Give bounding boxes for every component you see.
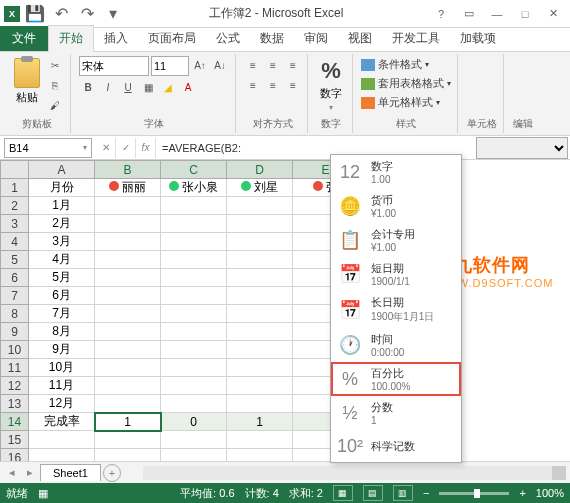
zoom-out-icon[interactable]: −: [423, 487, 429, 499]
cell-C3[interactable]: [161, 215, 227, 233]
zoom-level[interactable]: 100%: [536, 487, 564, 499]
formula-input[interactable]: =AVERAGE(B2:: [156, 142, 476, 154]
cell-C5[interactable]: [161, 251, 227, 269]
cell-C11[interactable]: [161, 359, 227, 377]
fill-color-icon[interactable]: ◢: [159, 78, 177, 96]
cell-C7[interactable]: [161, 287, 227, 305]
row-header-4[interactable]: 4: [1, 233, 29, 251]
cell-D2[interactable]: [227, 197, 293, 215]
cell-D5[interactable]: [227, 251, 293, 269]
cell-C2[interactable]: [161, 197, 227, 215]
cell-A12[interactable]: 11月: [29, 377, 95, 395]
tab-home[interactable]: 开始: [48, 25, 94, 52]
file-tab[interactable]: 文件: [0, 26, 48, 51]
qat-undo-icon[interactable]: ↶: [50, 3, 72, 25]
column-header-D[interactable]: D: [227, 161, 293, 179]
qat-customize-icon[interactable]: ▾: [102, 3, 124, 25]
cell-D4[interactable]: [227, 233, 293, 251]
cell-C8[interactable]: [161, 305, 227, 323]
decrease-font-icon[interactable]: A↓: [211, 56, 229, 74]
tab-page-layout[interactable]: 页面布局: [138, 26, 206, 51]
paste-button[interactable]: 粘贴: [10, 56, 44, 107]
cell-D10[interactable]: [227, 341, 293, 359]
align-center-icon[interactable]: ≡: [264, 76, 282, 94]
cell-A9[interactable]: 8月: [29, 323, 95, 341]
align-middle-icon[interactable]: ≡: [264, 56, 282, 74]
sheet-nav-prev-icon[interactable]: ◂: [4, 466, 20, 479]
cell-B6[interactable]: [95, 269, 161, 287]
cell-B4[interactable]: [95, 233, 161, 251]
cell-D15[interactable]: [227, 431, 293, 449]
cell-D12[interactable]: [227, 377, 293, 395]
cell-B15[interactable]: [95, 431, 161, 449]
row-header-14[interactable]: 14: [1, 413, 29, 431]
view-page-layout-icon[interactable]: ▤: [363, 485, 383, 501]
align-left-icon[interactable]: ≡: [244, 76, 262, 94]
row-header-9[interactable]: 9: [1, 323, 29, 341]
align-bottom-icon[interactable]: ≡: [284, 56, 302, 74]
font-name-select[interactable]: [79, 56, 149, 76]
tab-insert[interactable]: 插入: [94, 26, 138, 51]
column-header-C[interactable]: C: [161, 161, 227, 179]
cell-B13[interactable]: [95, 395, 161, 413]
underline-icon[interactable]: U: [119, 78, 137, 96]
cell-B12[interactable]: [95, 377, 161, 395]
number-format-item-4[interactable]: 📅 长日期 1900年1月1日: [331, 291, 461, 328]
cell-B11[interactable]: [95, 359, 161, 377]
cancel-formula-icon[interactable]: ✕: [96, 138, 116, 158]
cut-icon[interactable]: ✂: [46, 56, 64, 74]
cell-B9[interactable]: [95, 323, 161, 341]
cell-B3[interactable]: [95, 215, 161, 233]
close-icon[interactable]: ✕: [540, 4, 566, 24]
cell-D7[interactable]: [227, 287, 293, 305]
number-format-item-3[interactable]: 📅 短日期 1900/1/1: [331, 257, 461, 291]
cell-C12[interactable]: [161, 377, 227, 395]
row-header-12[interactable]: 12: [1, 377, 29, 395]
tab-developer[interactable]: 开发工具: [382, 26, 450, 51]
number-format-item-7[interactable]: ½ 分数 1: [331, 396, 461, 430]
row-header-2[interactable]: 2: [1, 197, 29, 215]
insert-function-icon[interactable]: fx: [136, 138, 156, 158]
macro-record-icon[interactable]: ▦: [38, 487, 48, 500]
number-format-item-1[interactable]: 🪙 货币 ¥1.00: [331, 189, 461, 223]
column-header-A[interactable]: A: [29, 161, 95, 179]
tab-addins[interactable]: 加载项: [450, 26, 506, 51]
cell-A5[interactable]: 4月: [29, 251, 95, 269]
view-page-break-icon[interactable]: ▥: [393, 485, 413, 501]
row-header-11[interactable]: 11: [1, 359, 29, 377]
help-icon[interactable]: ?: [428, 4, 454, 24]
cell-A14[interactable]: 完成率: [29, 413, 95, 431]
cell-C15[interactable]: [161, 431, 227, 449]
cell-D11[interactable]: [227, 359, 293, 377]
row-header-7[interactable]: 7: [1, 287, 29, 305]
number-format-item-6[interactable]: % 百分比 100.00%: [331, 362, 461, 396]
number-format-button[interactable]: % 数字 ▾: [316, 56, 346, 114]
cell-B14[interactable]: 1: [95, 413, 161, 431]
sheet-tab-active[interactable]: Sheet1: [40, 464, 101, 481]
cell-A8[interactable]: 7月: [29, 305, 95, 323]
bold-icon[interactable]: B: [79, 78, 97, 96]
row-header-15[interactable]: 15: [1, 431, 29, 449]
cell-A10[interactable]: 9月: [29, 341, 95, 359]
minimize-icon[interactable]: —: [484, 4, 510, 24]
zoom-slider[interactable]: [439, 492, 509, 495]
zoom-in-icon[interactable]: +: [519, 487, 525, 499]
border-icon[interactable]: ▦: [139, 78, 157, 96]
number-format-item-0[interactable]: 12 数字 1.00: [331, 155, 461, 189]
select-all-corner[interactable]: [1, 161, 29, 179]
cell-A6[interactable]: 5月: [29, 269, 95, 287]
row-header-1[interactable]: 1: [1, 179, 29, 197]
horizontal-scrollbar[interactable]: [143, 466, 566, 480]
cell-B7[interactable]: [95, 287, 161, 305]
cell-B8[interactable]: [95, 305, 161, 323]
maximize-icon[interactable]: □: [512, 4, 538, 24]
add-sheet-button[interactable]: +: [103, 464, 121, 482]
ribbon-display-icon[interactable]: ▭: [456, 4, 482, 24]
row-header-3[interactable]: 3: [1, 215, 29, 233]
cell-D8[interactable]: [227, 305, 293, 323]
cell-C10[interactable]: [161, 341, 227, 359]
tab-formulas[interactable]: 公式: [206, 26, 250, 51]
cell-D1[interactable]: 刘星: [227, 179, 293, 197]
cell-D14[interactable]: 1: [227, 413, 293, 431]
cell-B1[interactable]: 丽丽: [95, 179, 161, 197]
